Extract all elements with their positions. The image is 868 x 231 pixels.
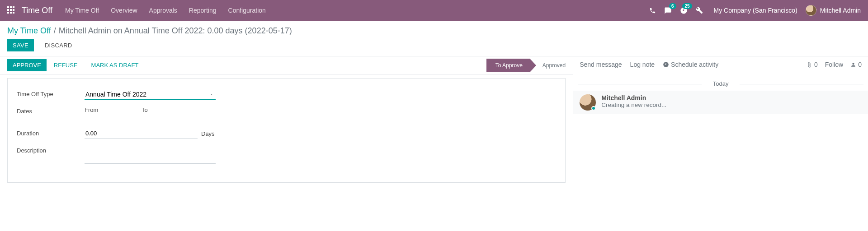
- log-note-button[interactable]: Log note: [630, 61, 655, 68]
- menu-approvals[interactable]: Approvals: [149, 7, 177, 14]
- activities-badge: 25: [682, 3, 692, 9]
- paperclip-icon: [807, 62, 812, 68]
- attachments-count: 0: [814, 61, 818, 68]
- label-time-off-type: Time Off Type: [17, 89, 85, 97]
- apps-launcher-icon[interactable]: [7, 6, 15, 14]
- messages-badge: 6: [669, 3, 676, 9]
- time-off-type-input[interactable]: [85, 89, 216, 100]
- approve-button[interactable]: Approve: [7, 59, 47, 71]
- followers-count: 0: [858, 61, 862, 68]
- phone-icon[interactable]: [649, 7, 656, 14]
- date-to-input[interactable]: [142, 113, 191, 122]
- clock-icon: [663, 61, 669, 68]
- save-button[interactable]: Save: [7, 39, 34, 51]
- control-panel: My Time Off / Mitchell Admin on Annual T…: [0, 21, 868, 56]
- main-area: Approve Refuse Mark as Draft To Approve …: [0, 56, 868, 210]
- top-navbar: Time Off My Time Off Overview Approvals …: [0, 0, 868, 21]
- duration-unit: Days: [201, 130, 215, 137]
- systray: 6 25 My Company (San Francisco) Mitchell…: [649, 5, 861, 16]
- message-text: Creating a new record...: [601, 102, 666, 108]
- activities-icon[interactable]: 25: [680, 7, 688, 14]
- menu-configuration[interactable]: Configuration: [228, 7, 266, 14]
- message-avatar: [580, 94, 596, 111]
- control-buttons: Save Discard: [7, 39, 861, 51]
- attachments-button[interactable]: 0: [807, 61, 818, 68]
- chatter: Send message Log note Schedule activity …: [573, 56, 868, 210]
- label-description: Description: [17, 146, 85, 154]
- main-menu: My Time Off Overview Approvals Reporting…: [65, 7, 266, 14]
- user-avatar: [806, 5, 816, 16]
- mark-as-draft-button[interactable]: Mark as Draft: [85, 59, 145, 71]
- presence-indicator-icon: [591, 106, 596, 111]
- chatter-date-divider: Today: [573, 80, 868, 87]
- date-from-input[interactable]: [85, 113, 134, 122]
- person-icon: [850, 62, 856, 68]
- company-switcher[interactable]: My Company (San Francisco): [714, 7, 797, 14]
- form-sheet: Time Off Type Dates From: [7, 78, 566, 183]
- label-from: From: [85, 106, 134, 113]
- status-to-approve[interactable]: To Approve: [486, 59, 530, 72]
- label-to: To: [142, 106, 191, 113]
- send-message-button[interactable]: Send message: [580, 61, 622, 68]
- form-area: Approve Refuse Mark as Draft To Approve …: [0, 56, 573, 210]
- breadcrumb-separator: /: [54, 26, 56, 36]
- breadcrumb: My Time Off / Mitchell Admin on Annual T…: [7, 26, 861, 36]
- status-approved[interactable]: Approved: [530, 59, 573, 72]
- chatter-message: Mitchell Admin Creating a new record...: [573, 91, 868, 114]
- message-author: Mitchell Admin: [601, 94, 666, 102]
- breadcrumb-root[interactable]: My Time Off: [7, 26, 51, 36]
- messages-icon[interactable]: 6: [664, 7, 672, 14]
- menu-my-time-off[interactable]: My Time Off: [65, 7, 99, 14]
- follow-button[interactable]: Follow: [825, 61, 843, 68]
- app-brand: Time Off: [22, 6, 52, 15]
- status-bar: Approve Refuse Mark as Draft To Approve …: [0, 56, 573, 74]
- schedule-activity-label: Schedule activity: [671, 61, 718, 68]
- chatter-topbar: Send message Log note Schedule activity …: [573, 56, 868, 73]
- schedule-activity-button[interactable]: Schedule activity: [663, 61, 718, 68]
- breadcrumb-current: Mitchell Admin on Annual Time Off 2022: …: [59, 26, 292, 36]
- refuse-button[interactable]: Refuse: [47, 59, 84, 71]
- debug-icon[interactable]: [696, 7, 703, 14]
- menu-reporting[interactable]: Reporting: [189, 7, 217, 14]
- menu-overview[interactable]: Overview: [111, 7, 137, 14]
- label-dates: Dates: [17, 106, 85, 115]
- discard-button[interactable]: Discard: [39, 39, 78, 51]
- duration-input[interactable]: [85, 129, 198, 139]
- user-menu[interactable]: Mitchell Admin: [806, 5, 861, 16]
- user-name: Mitchell Admin: [820, 7, 861, 14]
- description-input[interactable]: [85, 146, 216, 164]
- label-duration: Duration: [17, 129, 85, 137]
- followers-button[interactable]: 0: [850, 61, 862, 68]
